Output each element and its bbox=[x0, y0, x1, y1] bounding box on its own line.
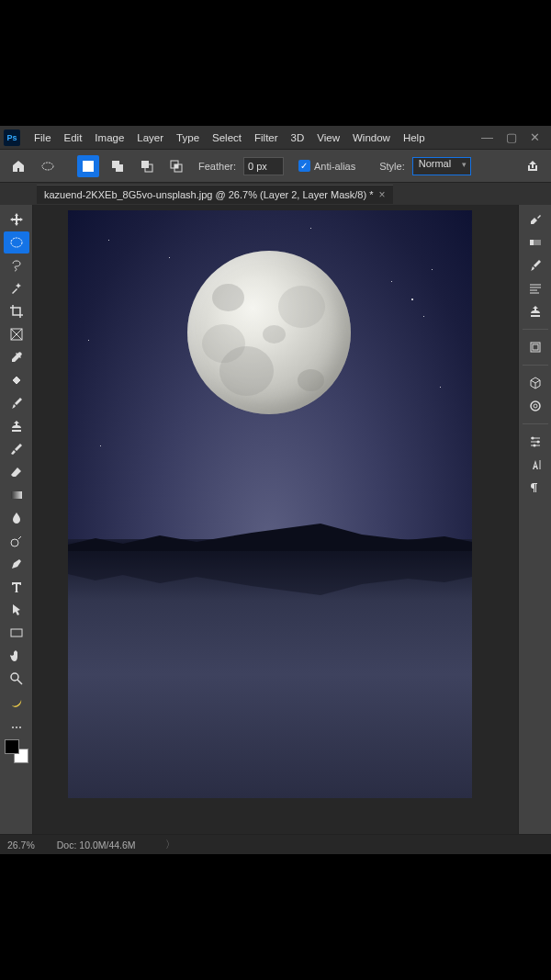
stamp-icon[interactable] bbox=[523, 300, 548, 322]
move-tool[interactable] bbox=[4, 208, 29, 231]
pen-tool[interactable] bbox=[4, 553, 29, 575]
clone-stamp-tool[interactable] bbox=[4, 415, 29, 437]
style-select[interactable]: Normal bbox=[412, 157, 471, 175]
zoom-tool[interactable] bbox=[4, 668, 29, 690]
eraser-tool[interactable] bbox=[4, 461, 29, 483]
antialias-checkbox[interactable]: ✓ Anti-alias bbox=[298, 160, 355, 172]
rectangle-tool[interactable] bbox=[4, 622, 29, 644]
svg-point-16 bbox=[16, 727, 17, 728]
menu-filter[interactable]: Filter bbox=[248, 129, 285, 147]
feather-label: Feather: bbox=[198, 161, 236, 172]
menu-3d[interactable]: 3D bbox=[285, 129, 311, 147]
status-bar: 26.7% Doc: 10.0M/44.6M 〉 bbox=[0, 834, 551, 854]
adjustments-icon[interactable] bbox=[523, 431, 548, 453]
marquee-preset-icon[interactable] bbox=[37, 155, 59, 177]
svg-rect-2 bbox=[112, 161, 119, 168]
type-tool[interactable] bbox=[4, 576, 29, 598]
brush-tool[interactable] bbox=[4, 392, 29, 414]
svg-rect-6 bbox=[171, 161, 178, 168]
selection-add-button[interactable] bbox=[107, 155, 129, 177]
feather-input[interactable] bbox=[243, 157, 284, 175]
right-panel-icons bbox=[518, 205, 551, 834]
svg-rect-11 bbox=[11, 491, 22, 499]
tab-close-button[interactable]: × bbox=[378, 188, 385, 201]
svg-point-0 bbox=[42, 163, 53, 170]
menu-layer[interactable]: Layer bbox=[130, 129, 170, 147]
menu-file[interactable]: File bbox=[28, 129, 58, 147]
svg-point-23 bbox=[534, 404, 537, 408]
document-canvas[interactable] bbox=[68, 210, 472, 798]
svg-point-14 bbox=[11, 673, 18, 681]
check-icon: ✓ bbox=[298, 160, 310, 172]
document-tab-bar: kazuend-2KXEb_8G5vo-unsplash.jpg @ 26.7%… bbox=[0, 183, 551, 205]
paragraph-icon[interactable] bbox=[523, 277, 548, 299]
color-icon[interactable] bbox=[523, 231, 548, 253]
color-swatches[interactable] bbox=[5, 739, 28, 763]
properties-icon[interactable] bbox=[523, 208, 548, 231]
canvas-area[interactable] bbox=[33, 205, 518, 834]
window-controls: — ▢ ✕ bbox=[481, 130, 547, 144]
svg-rect-21 bbox=[533, 344, 538, 350]
document-tab-title: kazuend-2KXEb_8G5vo-unsplash.jpg @ 26.7%… bbox=[44, 189, 373, 200]
dodge-tool[interactable] bbox=[4, 530, 29, 552]
share-button[interactable] bbox=[522, 155, 544, 177]
selection-new-button[interactable] bbox=[77, 155, 99, 177]
menu-select[interactable]: Select bbox=[206, 129, 248, 147]
svg-rect-10 bbox=[11, 329, 22, 340]
menu-help[interactable]: Help bbox=[397, 129, 432, 147]
menu-image[interactable]: Image bbox=[88, 129, 130, 147]
elliptical-marquee-tool[interactable] bbox=[4, 231, 29, 253]
menu-type[interactable]: Type bbox=[170, 129, 206, 147]
svg-rect-1 bbox=[83, 161, 94, 172]
svg-point-26 bbox=[533, 445, 535, 447]
svg-rect-13 bbox=[11, 629, 22, 636]
menu-bar: Ps File Edit Image Layer Type Select Fil… bbox=[0, 126, 551, 150]
svg-point-17 bbox=[19, 727, 21, 728]
svg-rect-20 bbox=[531, 343, 540, 352]
3d-icon[interactable] bbox=[523, 372, 548, 394]
selection-subtract-button[interactable] bbox=[136, 155, 158, 177]
status-chevron-icon[interactable]: 〉 bbox=[165, 839, 175, 851]
paragraph-styles-icon[interactable] bbox=[523, 477, 548, 499]
blur-tool[interactable] bbox=[4, 507, 29, 529]
menu-window[interactable]: Window bbox=[346, 129, 397, 147]
healing-brush-tool[interactable] bbox=[4, 369, 29, 391]
swatches-icon[interactable] bbox=[523, 254, 548, 276]
left-toolbar bbox=[0, 205, 33, 834]
svg-rect-3 bbox=[116, 164, 123, 172]
document-tab[interactable]: kazuend-2KXEb_8G5vo-unsplash.jpg @ 26.7%… bbox=[37, 185, 393, 204]
crop-tool[interactable] bbox=[4, 300, 29, 322]
photoshop-logo-icon: Ps bbox=[4, 130, 20, 146]
workspace bbox=[0, 205, 551, 834]
gradient-tool[interactable] bbox=[4, 484, 29, 506]
svg-rect-19 bbox=[530, 240, 534, 245]
minimize-button[interactable]: — bbox=[481, 130, 493, 144]
close-button[interactable]: ✕ bbox=[530, 130, 540, 144]
options-bar: Feather: ✓ Anti-alias Style: Normal bbox=[0, 150, 551, 183]
magic-wand-tool[interactable] bbox=[4, 277, 29, 299]
cloud-icon[interactable] bbox=[523, 395, 548, 417]
foreground-color-swatch[interactable] bbox=[5, 739, 19, 754]
doc-info[interactable]: Doc: 10.0M/44.6M bbox=[57, 839, 136, 850]
selection-intersect-button[interactable] bbox=[165, 155, 187, 177]
svg-point-15 bbox=[12, 727, 14, 728]
svg-rect-5 bbox=[145, 164, 152, 172]
svg-point-12 bbox=[11, 539, 18, 546]
svg-rect-4 bbox=[141, 161, 149, 168]
zoom-level[interactable]: 26.7% bbox=[7, 839, 35, 850]
character-icon[interactable] bbox=[523, 454, 548, 476]
home-button[interactable] bbox=[7, 155, 29, 177]
path-selection-tool[interactable] bbox=[4, 599, 29, 621]
eyedropper-tool[interactable] bbox=[4, 346, 29, 368]
history-brush-tool[interactable] bbox=[4, 438, 29, 460]
frame-tool[interactable] bbox=[4, 323, 29, 345]
menu-edit[interactable]: Edit bbox=[58, 129, 89, 147]
maximize-button[interactable]: ▢ bbox=[506, 130, 517, 144]
lasso-tool[interactable] bbox=[4, 254, 29, 276]
libraries-icon[interactable] bbox=[523, 336, 548, 358]
hand-tool[interactable] bbox=[4, 645, 29, 667]
banana-tool[interactable] bbox=[4, 691, 29, 713]
menu-view[interactable]: View bbox=[310, 129, 346, 147]
edit-toolbar-button[interactable] bbox=[4, 720, 29, 735]
svg-point-24 bbox=[531, 437, 534, 440]
